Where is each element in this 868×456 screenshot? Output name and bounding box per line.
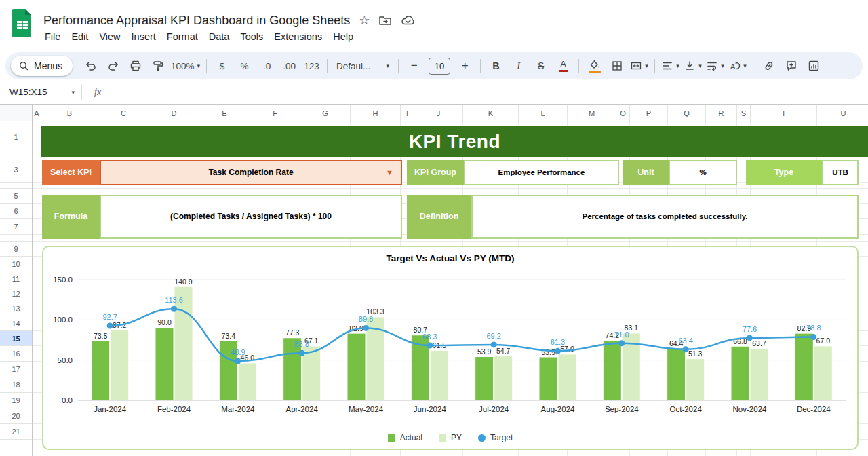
column-header-R[interactable]: R (706, 105, 737, 121)
row-header-4[interactable] (0, 183, 32, 189)
menu-insert[interactable]: Insert (126, 29, 161, 44)
row-header-16[interactable]: 16 (0, 346, 32, 362)
column-header-P[interactable]: P (630, 105, 668, 121)
formula-input[interactable] (101, 79, 868, 104)
column-header-I[interactable]: I (401, 105, 414, 121)
row-header-15[interactable]: 15 (0, 331, 32, 346)
menu-view[interactable]: View (94, 29, 125, 44)
column-header-H[interactable]: H (351, 105, 401, 121)
column-header-U[interactable]: U (817, 105, 868, 121)
decrease-font-size-button[interactable]: − (403, 56, 425, 75)
legend-swatch-target (478, 434, 486, 442)
column-header-O[interactable]: O (616, 105, 630, 121)
zoom-control[interactable]: 100% ▾ (169, 56, 202, 75)
row-header-20[interactable]: 20 (0, 408, 32, 424)
bold-button[interactable]: B (485, 56, 507, 75)
insert-link-button[interactable] (757, 56, 780, 75)
text-rotation-button[interactable]: A ▾ (726, 56, 749, 75)
column-header-F[interactable]: F (250, 105, 300, 121)
row-header-19[interactable]: 19 (0, 393, 32, 408)
vertical-align-button[interactable]: ▾ (682, 56, 704, 75)
google-sheets-logo[interactable] (11, 7, 34, 39)
insert-comment-button[interactable] (780, 56, 802, 75)
spreadsheet: ABCDEFGHIJKLMOPQRSTU 1356791011121314151… (0, 105, 868, 456)
column-header-Q[interactable]: Q (668, 105, 706, 121)
column-header-M[interactable]: M (568, 105, 616, 121)
svg-text:150.0: 150.0 (53, 276, 73, 284)
column-header-J[interactable]: J (414, 105, 463, 121)
menu-help[interactable]: Help (328, 29, 359, 44)
text-wrap-button[interactable]: ▾ (704, 56, 726, 75)
menus-button[interactable]: Menus (11, 56, 73, 76)
kpi-group-value: Employee Performance (464, 160, 619, 185)
row-header-14[interactable]: 14 (0, 316, 32, 331)
column-header-B[interactable]: B (41, 105, 98, 121)
row-header-6[interactable]: 6 (0, 204, 32, 219)
row-header-7[interactable]: 7 (0, 219, 32, 235)
print-button[interactable] (124, 56, 146, 75)
unit-value: % (669, 160, 737, 185)
name-box[interactable]: W15:X15 ▾ (9, 87, 75, 97)
svg-text:71.0: 71.0 (614, 330, 629, 339)
paint-format-button[interactable] (146, 56, 169, 75)
column-header-G[interactable]: G (300, 105, 351, 121)
row-header-13[interactable]: 13 (0, 301, 32, 316)
percent-format-button[interactable]: % (233, 56, 256, 75)
row-header-11[interactable]: 11 (0, 271, 32, 286)
strikethrough-button[interactable]: S (530, 56, 552, 75)
column-header-E[interactable]: E (199, 105, 250, 121)
currency-format-button[interactable]: $ (211, 56, 233, 75)
row-header-3[interactable]: 3 (0, 157, 32, 183)
svg-text:A: A (730, 62, 736, 71)
legend-label: Actual (400, 433, 422, 442)
row-header-12[interactable]: 12 (0, 286, 32, 301)
row-header-9[interactable]: 9 (0, 242, 32, 256)
menu-format[interactable]: Format (161, 29, 203, 44)
horizontal-align-button[interactable]: ▾ (659, 56, 682, 75)
move-folder-icon[interactable] (378, 15, 392, 26)
column-header-A[interactable]: A (33, 105, 41, 121)
title-row: Performance Appraisal KPI Dashboard in G… (43, 12, 416, 29)
column-header-T[interactable]: T (751, 105, 817, 121)
document-title[interactable]: Performance Appraisal KPI Dashboard in G… (43, 14, 350, 28)
redo-button[interactable] (102, 56, 124, 75)
row-header-18[interactable]: 18 (0, 377, 32, 393)
column-header-D[interactable]: D (149, 105, 199, 121)
caret-down-icon: ▾ (71, 89, 75, 96)
font-size-input[interactable]: 10 (429, 58, 450, 75)
select-all-corner[interactable] (0, 105, 33, 121)
caret-down-icon: ▾ (743, 62, 747, 69)
borders-button[interactable] (606, 56, 628, 75)
column-header-L[interactable]: L (519, 105, 568, 121)
kpi-dropdown[interactable]: Task Completion Rate ▼ (100, 160, 402, 185)
svg-text:Sep-2024: Sep-2024 (605, 405, 639, 413)
row-header-17[interactable]: 17 (0, 362, 32, 377)
row-header-1[interactable]: 1 (0, 121, 32, 153)
more-formats-button[interactable]: 123 (300, 56, 323, 75)
increase-decimal-button[interactable]: .00 (278, 56, 300, 75)
menu-data[interactable]: Data (203, 29, 235, 44)
menu-file[interactable]: File (39, 29, 66, 44)
undo-button[interactable] (79, 56, 102, 75)
merge-cells-button[interactable]: ▾ (628, 56, 650, 75)
row-header-10[interactable]: 10 (0, 256, 32, 271)
decrease-decimal-button[interactable]: .0 (256, 56, 278, 75)
font-family-selector[interactable]: Defaul... ▾ (332, 56, 394, 75)
star-icon[interactable]: ☆ (359, 14, 370, 26)
row-header-5[interactable]: 5 (0, 189, 32, 204)
chart-title: Target Vs Actual Vs PY (MTD) (43, 253, 857, 263)
italic-button[interactable]: I (507, 56, 530, 75)
insert-chart-button[interactable] (802, 56, 825, 75)
menu-extensions[interactable]: Extensions (269, 29, 328, 44)
menu-edit[interactable]: Edit (66, 29, 94, 44)
increase-font-size-button[interactable]: + (454, 56, 476, 75)
column-header-S[interactable]: S (737, 105, 751, 121)
text-color-button[interactable]: A (552, 56, 574, 75)
menu-tools[interactable]: Tools (235, 29, 269, 44)
sheet-grid[interactable]: KPI Trend Select KPI Task Completion Rat… (33, 121, 868, 456)
column-header-C[interactable]: C (98, 105, 149, 121)
column-header-K[interactable]: K (463, 105, 519, 121)
fill-color-button[interactable] (583, 56, 606, 75)
row-header-21[interactable]: 21 (0, 424, 32, 440)
row-header-8[interactable] (0, 235, 32, 242)
